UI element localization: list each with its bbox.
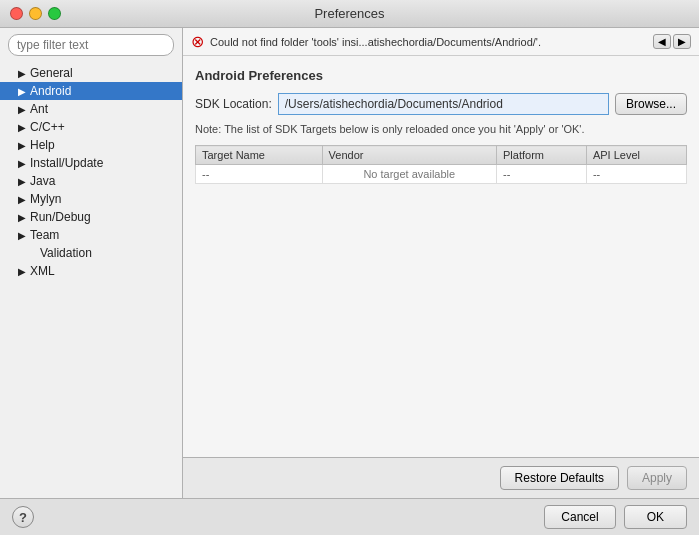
section-title: Android Preferences <box>195 68 687 83</box>
title-bar: Preferences <box>0 0 699 28</box>
col-api-level: API Level <box>586 146 686 165</box>
footer-actions: Cancel OK <box>544 505 687 529</box>
restore-defaults-button[interactable]: Restore Defaults <box>500 466 619 490</box>
sdk-location-input[interactable] <box>278 93 609 115</box>
help-button[interactable]: ? <box>12 506 34 528</box>
footer: ? Cancel OK <box>0 498 699 535</box>
prefs-content: Android Preferences SDK Location: Browse… <box>183 56 699 457</box>
apply-button[interactable]: Apply <box>627 466 687 490</box>
window-controls[interactable] <box>10 7 61 20</box>
tree-label: Validation <box>40 246 92 260</box>
tree-label: Help <box>30 138 55 152</box>
sidebar-item-java[interactable]: ▶Java <box>0 172 182 190</box>
sidebar-item-help[interactable]: ▶Help <box>0 136 182 154</box>
tree-arrow: ▶ <box>18 212 28 223</box>
sidebar: ▶General▶Android▶Ant▶C/C++▶Help▶Install/… <box>0 28 183 498</box>
tree-label: Ant <box>30 102 48 116</box>
tree-arrow: ▶ <box>18 230 28 241</box>
main-container: ▶General▶Android▶Ant▶C/C++▶Help▶Install/… <box>0 28 699 498</box>
filter-input[interactable] <box>8 34 174 56</box>
sidebar-item-general[interactable]: ▶General <box>0 64 182 82</box>
browse-button[interactable]: Browse... <box>615 93 687 115</box>
sdk-table: Target Name Vendor Platform API Level --… <box>195 145 687 184</box>
col-target-name: Target Name <box>196 146 323 165</box>
col-platform: Platform <box>497 146 587 165</box>
col-vendor: Vendor <box>322 146 496 165</box>
tree-arrow: ▶ <box>18 86 28 97</box>
tree-arrow: ▶ <box>18 176 28 187</box>
sidebar-item-team[interactable]: ▶Team <box>0 226 182 244</box>
table-header-row: Target Name Vendor Platform API Level <box>196 146 687 165</box>
nav-arrows[interactable]: ◀ ▶ <box>653 34 691 49</box>
tree-label: XML <box>30 264 55 278</box>
tree-label: C/C++ <box>30 120 65 134</box>
sidebar-item-xml[interactable]: ▶XML <box>0 262 182 280</box>
nav-forward-button[interactable]: ▶ <box>673 34 691 49</box>
sidebar-item-cpp[interactable]: ▶C/C++ <box>0 118 182 136</box>
sidebar-item-validation[interactable]: Validation <box>0 244 182 262</box>
tree-area: ▶General▶Android▶Ant▶C/C++▶Help▶Install/… <box>0 62 182 498</box>
tree-label: Android <box>30 84 71 98</box>
tree-arrow: ▶ <box>18 194 28 205</box>
error-icon: ⊗ <box>191 32 204 51</box>
sidebar-item-mylyn[interactable]: ▶Mylyn <box>0 190 182 208</box>
sidebar-item-android[interactable]: ▶Android <box>0 82 182 100</box>
tree-arrow: ▶ <box>18 122 28 133</box>
error-message: Could not find folder 'tools' insi...ati… <box>210 36 647 48</box>
sdk-row: SDK Location: Browse... <box>195 93 687 115</box>
note-text: Note: The list of SDK Targets below is o… <box>195 123 687 135</box>
minimize-button[interactable] <box>29 7 42 20</box>
tree-label: Java <box>30 174 55 188</box>
cell-platform: -- <box>497 165 587 184</box>
error-bar: ⊗ Could not find folder 'tools' insi...a… <box>183 28 699 56</box>
sdk-label: SDK Location: <box>195 97 272 111</box>
ok-button[interactable]: OK <box>624 505 687 529</box>
tree-arrow: ▶ <box>18 158 28 169</box>
tree-arrow: ▶ <box>18 140 28 151</box>
window-title: Preferences <box>314 6 384 21</box>
cell-vendor: No target available <box>322 165 496 184</box>
cell-name: -- <box>196 165 323 184</box>
sidebar-item-rundebug[interactable]: ▶Run/Debug <box>0 208 182 226</box>
sidebar-item-ant[interactable]: ▶Ant <box>0 100 182 118</box>
content-area: ⊗ Could not find folder 'tools' insi...a… <box>183 28 699 498</box>
bottom-bar: Restore Defaults Apply <box>183 457 699 498</box>
tree-arrow: ▶ <box>18 68 28 79</box>
nav-back-button[interactable]: ◀ <box>653 34 671 49</box>
tree-label: Run/Debug <box>30 210 91 224</box>
maximize-button[interactable] <box>48 7 61 20</box>
sidebar-item-install[interactable]: ▶Install/Update <box>0 154 182 172</box>
tree-label: Install/Update <box>30 156 103 170</box>
table-row: -- No target available -- -- <box>196 165 687 184</box>
tree-label: Mylyn <box>30 192 61 206</box>
cancel-button[interactable]: Cancel <box>544 505 615 529</box>
tree-label: Team <box>30 228 59 242</box>
tree-arrow: ▶ <box>18 104 28 115</box>
tree-arrow: ▶ <box>18 266 28 277</box>
cell-api-level: -- <box>586 165 686 184</box>
close-button[interactable] <box>10 7 23 20</box>
tree-label: General <box>30 66 73 80</box>
